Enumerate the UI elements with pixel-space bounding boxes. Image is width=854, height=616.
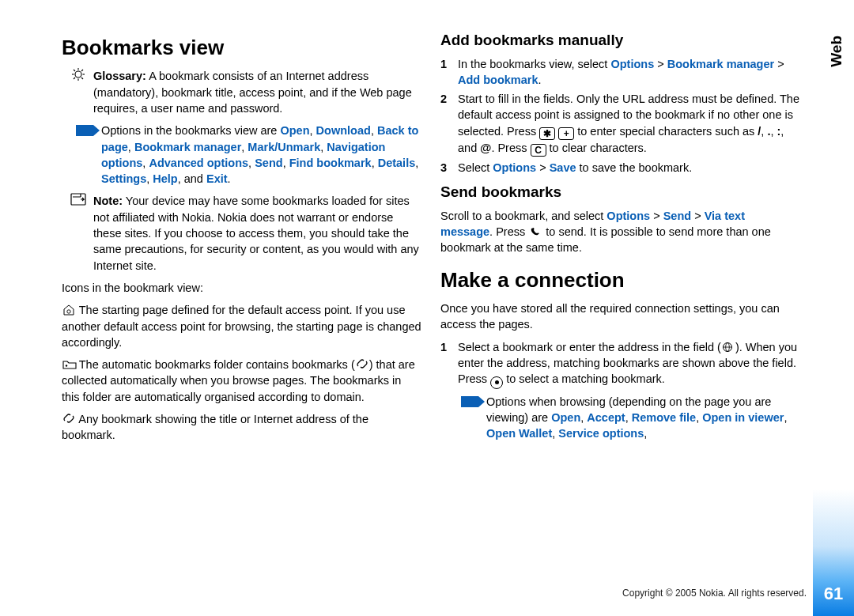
home-globe-icon (62, 304, 75, 316)
svg-marker-16 (461, 396, 485, 407)
svg-line-7 (74, 77, 75, 79)
note-icon (70, 193, 87, 210)
heading-send-bookmarks: Send bookmarks (440, 182, 800, 203)
manual-page: Bookmarks view Glossary: A bookmark cons… (0, 0, 854, 554)
page-number: 61 (824, 582, 843, 607)
connection-intro: Once you have stored all the required co… (440, 300, 800, 333)
glossary-label: Glossary: (93, 70, 146, 82)
svg-line-5 (74, 70, 75, 71)
svg-point-11 (67, 310, 70, 313)
star-key-icon: ✱ (539, 127, 555, 140)
svg-marker-9 (76, 125, 100, 136)
icons-heading: Icons in the bookmark view: (62, 280, 421, 296)
icon-desc-3: Any bookmark showing the title or Intern… (62, 411, 421, 444)
heading-bookmarks-view: Bookmarks view (62, 33, 421, 62)
right-column: Add bookmarks manually 1 In the bookmark… (440, 24, 800, 530)
step-3: 3 Select Options > Save to save the book… (440, 160, 800, 176)
svg-point-0 (75, 71, 81, 77)
svg-line-6 (81, 70, 83, 71)
conn-step-1: 1 Select a bookmark or enter the address… (440, 339, 800, 389)
glossary-paragraph: Glossary: A bookmark consists of an Inte… (62, 68, 421, 116)
options-list-box: Options in the bookmarks view are Open, … (62, 123, 421, 187)
clear-key-icon: C (531, 144, 546, 157)
pointer-arrow-icon (76, 125, 100, 136)
globe-icon (722, 342, 735, 353)
copyright-text: Copyright © 2005 Nokia. All rights reser… (622, 587, 807, 600)
select-key-icon (490, 376, 503, 389)
note-paragraph: Note: Your device may have some bookmark… (62, 193, 421, 273)
options-intro: Options in the bookmarks view are (101, 124, 280, 137)
note-body: Your device may have some bookmarks load… (93, 195, 419, 271)
pointer-arrow-icon (461, 396, 485, 407)
heading-add-bookmarks: Add bookmarks manually (440, 30, 800, 51)
heading-make-connection: Make a connection (440, 266, 800, 294)
add-bookmarks-steps: 1 In the bookmarks view, select Options … (440, 56, 800, 176)
page-number-box: 61 (813, 489, 854, 616)
plus-key-icon: + (558, 127, 574, 140)
call-key-icon (529, 226, 542, 237)
step-2: 2 Start to fill in the fields. Only the … (440, 91, 800, 157)
tip-icon (70, 68, 87, 86)
svg-point-12 (66, 365, 67, 366)
left-column: Bookmarks view Glossary: A bookmark cons… (62, 24, 421, 530)
browse-options-box: Options when browsing (depending on the … (440, 394, 800, 442)
send-bookmarks-body: Scroll to a bookmark, and select Options… (440, 208, 800, 256)
connection-steps: 1 Select a bookmark or enter the address… (440, 339, 800, 389)
bookmark-link-icon (62, 414, 75, 425)
folder-auto-icon (62, 359, 75, 370)
icon-desc-1: The starting page defined for the defaul… (62, 302, 421, 350)
icon-desc-2: The automatic bookmarks folder contains … (62, 357, 421, 405)
svg-line-8 (81, 77, 83, 79)
note-label: Note: (93, 195, 123, 207)
step-1: 1 In the bookmarks view, select Options … (440, 56, 800, 89)
section-tab: Web (826, 36, 848, 67)
link-icon (356, 359, 368, 370)
